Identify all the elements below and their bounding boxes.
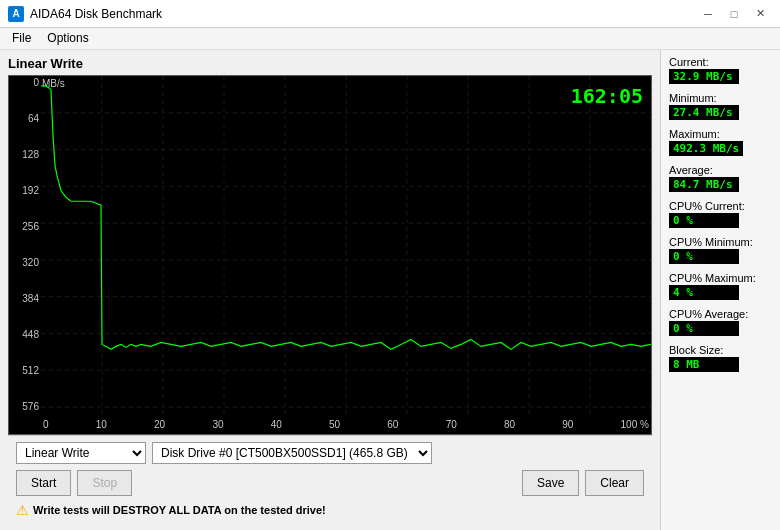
close-button[interactable]: ✕ bbox=[748, 4, 772, 24]
stat-current: Current: 32.9 MB/s bbox=[669, 56, 772, 84]
y-label-4: 320 bbox=[11, 258, 39, 268]
stat-minimum-label: Minimum: bbox=[669, 92, 772, 104]
warning-text: Write tests will DESTROY ALL DATA on the… bbox=[33, 504, 326, 516]
y-label-7: 128 bbox=[11, 150, 39, 160]
chart-title: Linear Write bbox=[8, 56, 652, 71]
minimize-button[interactable]: ─ bbox=[696, 4, 720, 24]
x-label-20: 20 bbox=[154, 419, 165, 430]
y-label-9: 0 bbox=[11, 78, 39, 88]
y-label-5: 256 bbox=[11, 222, 39, 232]
app-icon: A bbox=[8, 6, 24, 22]
stat-cpu-maximum-label: CPU% Maximum: bbox=[669, 272, 772, 284]
stat-minimum: Minimum: 27.4 MB/s bbox=[669, 92, 772, 120]
stat-current-value: 32.9 MB/s bbox=[669, 69, 739, 84]
stat-cpu-minimum-value: 0 % bbox=[669, 249, 739, 264]
stat-block-size-value: 8 MB bbox=[669, 357, 739, 372]
x-label-70: 70 bbox=[446, 419, 457, 430]
stop-button[interactable]: Stop bbox=[77, 470, 132, 496]
stat-cpu-average-label: CPU% Average: bbox=[669, 308, 772, 320]
stat-cpu-current-label: CPU% Current: bbox=[669, 200, 772, 212]
clear-button[interactable]: Clear bbox=[585, 470, 644, 496]
stat-minimum-value: 27.4 MB/s bbox=[669, 105, 739, 120]
x-label-90: 90 bbox=[562, 419, 573, 430]
x-label-10: 10 bbox=[96, 419, 107, 430]
test-select[interactable]: Linear Write Linear Read Random Write Ra… bbox=[16, 442, 146, 464]
chart-section: Linear Write MB/s 576 512 448 384 320 25… bbox=[0, 50, 660, 530]
warning-icon: ⚠ bbox=[16, 502, 29, 518]
y-label-6: 192 bbox=[11, 186, 39, 196]
chart-svg bbox=[41, 76, 651, 414]
stat-block-size: Block Size: 8 MB bbox=[669, 344, 772, 372]
x-label-50: 50 bbox=[329, 419, 340, 430]
maximize-button[interactable]: □ bbox=[722, 4, 746, 24]
y-label-8: 64 bbox=[11, 114, 39, 124]
x-label-80: 80 bbox=[504, 419, 515, 430]
menu-file[interactable]: File bbox=[4, 30, 39, 47]
stat-average: Average: 84.7 MB/s bbox=[669, 164, 772, 192]
stat-cpu-average-value: 0 % bbox=[669, 321, 739, 336]
main-content: Linear Write MB/s 576 512 448 384 320 25… bbox=[0, 50, 780, 530]
stat-block-size-label: Block Size: bbox=[669, 344, 772, 356]
menu-bar: File Options bbox=[0, 28, 780, 50]
stat-cpu-current-value: 0 % bbox=[669, 213, 739, 228]
bottom-controls: Linear Write Linear Read Random Write Ra… bbox=[8, 435, 652, 524]
title-bar-left: A AIDA64 Disk Benchmark bbox=[8, 6, 162, 22]
warning-row: ⚠ Write tests will DESTROY ALL DATA on t… bbox=[16, 502, 644, 518]
chart-plot: 162:05 bbox=[41, 76, 651, 414]
stat-maximum-label: Maximum: bbox=[669, 128, 772, 140]
stat-cpu-maximum-value: 4 % bbox=[669, 285, 739, 300]
stat-current-label: Current: bbox=[669, 56, 772, 68]
x-label-40: 40 bbox=[271, 419, 282, 430]
x-label-100: 100 % bbox=[621, 419, 649, 430]
stat-cpu-current: CPU% Current: 0 % bbox=[669, 200, 772, 228]
stat-average-label: Average: bbox=[669, 164, 772, 176]
controls-row2: Linear Write Linear Read Random Write Ra… bbox=[16, 442, 644, 464]
start-button[interactable]: Start bbox=[16, 470, 71, 496]
title-bar: A AIDA64 Disk Benchmark ─ □ ✕ bbox=[0, 0, 780, 28]
stat-cpu-average: CPU% Average: 0 % bbox=[669, 308, 772, 336]
x-label-0: 0 bbox=[43, 419, 49, 430]
y-label-1: 512 bbox=[11, 366, 39, 376]
stat-cpu-minimum-label: CPU% Minimum: bbox=[669, 236, 772, 248]
y-label-2: 448 bbox=[11, 330, 39, 340]
menu-options[interactable]: Options bbox=[39, 30, 96, 47]
y-label-3: 384 bbox=[11, 294, 39, 304]
stat-cpu-minimum: CPU% Minimum: 0 % bbox=[669, 236, 772, 264]
x-label-60: 60 bbox=[387, 419, 398, 430]
controls-row1: Start Stop Save Clear bbox=[16, 470, 644, 496]
drive-select[interactable]: Disk Drive #0 [CT500BX500SSD1] (465.8 GB… bbox=[152, 442, 432, 464]
stat-maximum-value: 492.3 MB/s bbox=[669, 141, 743, 156]
right-panel: Current: 32.9 MB/s Minimum: 27.4 MB/s Ma… bbox=[660, 50, 780, 530]
stat-average-value: 84.7 MB/s bbox=[669, 177, 739, 192]
x-axis-labels: 0 10 20 30 40 50 60 70 80 90 100 % bbox=[41, 414, 651, 434]
save-button[interactable]: Save bbox=[522, 470, 579, 496]
title-bar-controls: ─ □ ✕ bbox=[696, 4, 772, 24]
timer-display: 162:05 bbox=[571, 84, 643, 108]
x-label-30: 30 bbox=[212, 419, 223, 430]
stat-cpu-maximum: CPU% Maximum: 4 % bbox=[669, 272, 772, 300]
stat-maximum: Maximum: 492.3 MB/s bbox=[669, 128, 772, 156]
y-label-0: 576 bbox=[11, 402, 39, 412]
y-axis-labels: 576 512 448 384 320 256 192 128 64 0 bbox=[9, 76, 41, 414]
chart-container: MB/s 576 512 448 384 320 256 192 128 64 … bbox=[8, 75, 652, 435]
window-title: AIDA64 Disk Benchmark bbox=[30, 7, 162, 21]
